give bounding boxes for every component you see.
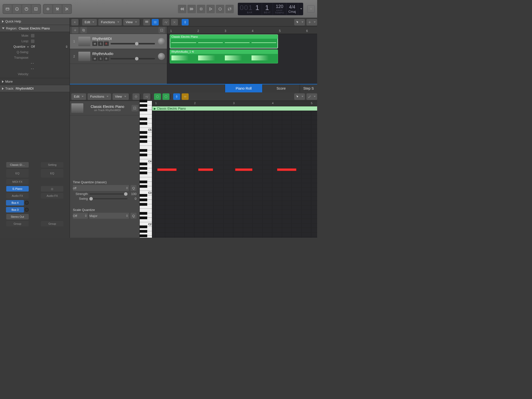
pan-knob[interactable]: [158, 38, 165, 45]
send-1-slot[interactable]: Bus 4: [6, 200, 24, 205]
editor-functions-menu[interactable]: Functions: [88, 93, 111, 100]
scale-root-dropdown[interactable]: Off: [73, 213, 88, 219]
automation-icon-2[interactable]: [143, 93, 150, 100]
setting-slot[interactable]: Setting: [41, 162, 63, 168]
pan-knob[interactable]: [158, 53, 165, 60]
record-button[interactable]: [216, 5, 224, 13]
volume-slider[interactable]: [111, 43, 155, 44]
track-row-2[interactable]: 2 RhythmAudio M S R: [70, 49, 167, 64]
toolbar-dropdown-button[interactable]: [32, 5, 40, 13]
quantize-button[interactable]: Q: [131, 185, 136, 191]
stereo-icon[interactable]: ◎: [41, 186, 63, 192]
volume-slider[interactable]: [111, 58, 155, 59]
audio-region-clip[interactable]: RhythmAudio_1 ⟲: [170, 49, 278, 63]
eq-slot-2[interactable]: EQ: [41, 169, 63, 178]
time-quantize-dropdown[interactable]: off: [73, 185, 129, 191]
midi-note[interactable]: [157, 168, 177, 171]
midi-in-icon[interactable]: [154, 93, 161, 100]
scissors-button[interactable]: [63, 5, 71, 13]
secondary-tool[interactable]: [306, 19, 317, 25]
duplicate-track-button[interactable]: [80, 27, 87, 33]
library-button[interactable]: [3, 5, 12, 13]
inspector-button[interactable]: [13, 5, 21, 13]
quick-help-header[interactable]: Quick Help: [0, 18, 70, 25]
solo-button[interactable]: S: [98, 56, 103, 61]
piano-roll-grid[interactable]: 1 2 3 4 5 ▶ Classic Electric Piano: [152, 101, 317, 238]
preset-slot[interactable]: Classic El…: [6, 162, 29, 168]
mute-checkbox[interactable]: [31, 34, 34, 37]
lcd-menu-button[interactable]: [298, 3, 303, 15]
cycle-button[interactable]: [225, 5, 234, 13]
play-button[interactable]: [206, 5, 215, 13]
grid-view-icon[interactable]: [143, 19, 150, 25]
editor-pencil-tool[interactable]: [306, 93, 317, 100]
pointer-tool[interactable]: [294, 19, 305, 25]
scale-quantize-button[interactable]: Q: [131, 213, 136, 219]
lcd-display[interactable]: 001 1BAR 1BEAT 120KEEPTEMPO 4/4Cmaj: [238, 3, 303, 15]
channel-strip-1: Classic El… EQ MIDI FX E-Piano Audio FX …: [5, 162, 30, 238]
snap-icon-2[interactable]: [173, 93, 180, 100]
rewind-button[interactable]: [178, 5, 186, 13]
record-enable-button[interactable]: R: [104, 56, 109, 61]
midi-note[interactable]: [235, 168, 253, 171]
midi-note[interactable]: [198, 168, 213, 171]
snap-icon[interactable]: [182, 19, 189, 25]
smart-controls-button[interactable]: [44, 5, 52, 13]
strength-slider[interactable]: [89, 194, 128, 195]
midi-region-clip[interactable]: Classic Electric Piano: [170, 34, 278, 48]
arrange-area[interactable]: 1 2 3 4 5 6 Classic Electric Piano Rhyth…: [167, 26, 317, 84]
quantize-value[interactable]: Off: [31, 45, 35, 48]
editor-ruler[interactable]: 1 2 3 4 5: [152, 101, 317, 106]
close-icon[interactable]: ✕: [307, 5, 315, 13]
send-2-slot[interactable]: Bus 3: [6, 207, 24, 212]
region-menu-button[interactable]: [132, 105, 138, 111]
global-tracks-button[interactable]: [158, 27, 165, 33]
add-track-button[interactable]: [72, 27, 78, 33]
piano-keyboard[interactable]: C5C4C3C2C1: [140, 101, 152, 238]
solo-button[interactable]: S: [98, 41, 103, 46]
output-slot[interactable]: Stereo Out: [6, 214, 29, 219]
functions-menu[interactable]: Functions: [98, 19, 122, 25]
send-2-knob[interactable]: [25, 208, 29, 212]
swing-slider[interactable]: [89, 198, 128, 199]
help-button[interactable]: [22, 5, 31, 13]
edit-menu[interactable]: Edit: [82, 19, 97, 25]
editor-view-menu[interactable]: View: [113, 93, 129, 100]
region-header-bar[interactable]: ▶ Classic Electric Piano: [152, 106, 317, 111]
track-row-1[interactable]: 1 RhythmMIDI M S R: [70, 34, 167, 49]
track-header[interactable]: Track:RhythmMIDI: [0, 85, 70, 92]
forward-button[interactable]: [187, 5, 196, 13]
audiofx-slot-2[interactable]: Audio FX: [41, 193, 63, 199]
stop-button[interactable]: [197, 5, 205, 13]
midi-note[interactable]: [277, 168, 296, 171]
collapse-icon[interactable]: [133, 93, 139, 100]
send-1-knob[interactable]: [25, 201, 29, 205]
arrange-ruler[interactable]: 1 2 3 4 5 6: [167, 26, 317, 34]
region-header[interactable]: Region:Classic Electric Piano: [0, 25, 70, 32]
midi-out-icon[interactable]: [162, 93, 169, 100]
tab-score[interactable]: Score: [262, 84, 300, 92]
back-icon[interactable]: [71, 19, 78, 25]
link-icon[interactable]: [182, 93, 189, 100]
mute-button[interactable]: M: [92, 41, 97, 46]
group-slot[interactable]: Group: [6, 221, 29, 226]
instrument-slot[interactable]: E-Piano: [6, 186, 29, 192]
midifx-slot[interactable]: MIDI FX: [6, 179, 29, 185]
editor-edit-menu[interactable]: Edit: [71, 93, 86, 100]
mixer-button[interactable]: [53, 5, 62, 13]
view-menu[interactable]: View: [123, 19, 139, 25]
eq-slot[interactable]: EQ: [6, 169, 29, 178]
flex-icon[interactable]: [171, 19, 178, 25]
audiofx-slot[interactable]: Audio FX: [6, 193, 29, 199]
tab-piano-roll[interactable]: Piano Roll: [225, 84, 262, 92]
list-view-icon[interactable]: [152, 19, 159, 25]
tab-step[interactable]: Step S: [300, 84, 317, 92]
group-slot-2[interactable]: Group: [41, 221, 63, 226]
mute-button[interactable]: M: [92, 56, 97, 61]
automation-icon[interactable]: [162, 19, 169, 25]
editor-pointer-tool[interactable]: [294, 93, 305, 100]
more-header[interactable]: More: [0, 78, 70, 85]
scale-type-dropdown[interactable]: Major: [89, 213, 129, 219]
record-enable-button[interactable]: R: [104, 41, 109, 46]
loop-checkbox[interactable]: [31, 39, 34, 43]
